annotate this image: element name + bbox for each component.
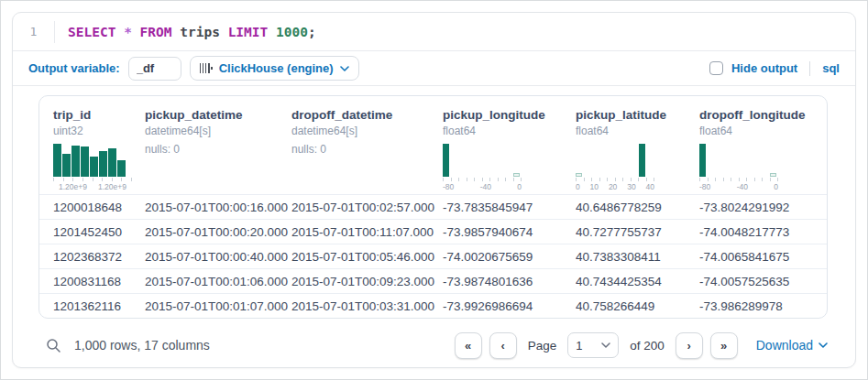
divider [809, 61, 810, 76]
search-button[interactable] [46, 338, 61, 353]
prev-page-button[interactable]: ‹ [489, 332, 517, 359]
chevron-down-icon [819, 342, 828, 348]
column-histogram: -80-400 [699, 143, 778, 191]
column-type: uint32 [53, 125, 137, 137]
line-number: 1 [13, 21, 55, 43]
table-cell: 2015-07-01T00:09:23.000 [291, 275, 443, 288]
table-cell: 2015-07-01T00:01:07.000 [145, 299, 291, 313]
table-cell: 40.6486778259 [576, 201, 699, 214]
code-token: trips [172, 25, 228, 39]
column-name: dropoff_datetime [291, 108, 435, 122]
code-line[interactable]: SELECT * FROM trips LIMIT 1000; [55, 21, 316, 43]
null-count: nulls: 0 [291, 143, 435, 156]
column-histogram: -80-400 [443, 143, 522, 191]
code-token: ; [308, 25, 316, 39]
code-token [268, 25, 276, 39]
hide-output-label[interactable]: Hide output [731, 61, 797, 75]
language-toggle[interactable]: sql [822, 61, 840, 75]
notebook-cell: 1 SELECT * FROM trips LIMIT 1000; Output… [12, 12, 856, 368]
cell-output: trip_iduint321.20e+91.20e+9pickup_dateti… [13, 86, 855, 367]
column-stats: 1.20e+91.20e+9 [53, 143, 137, 194]
page-select-value: 1 [576, 339, 582, 353]
table-cell: 2015-07-01T00:11:07.000 [291, 225, 443, 239]
column-type: datetime64[s] [291, 125, 435, 137]
column-histogram: 1.20e+91.20e+9 [53, 143, 132, 191]
table-cell: 2015-07-01T00:00:16.000 [145, 201, 291, 214]
hide-output-checkbox[interactable] [709, 61, 723, 75]
table-row: 12008311682015-07-01T00:01:06.0002015-07… [39, 268, 827, 293]
table-cell: 2015-07-01T00:05:46.000 [291, 250, 443, 264]
column-name: pickup_datetime [145, 108, 284, 122]
table-footer: 1,000 rows, 17 columns « ‹ Page 1 of 200… [38, 327, 828, 364]
code-token: FROM [140, 25, 172, 39]
column-type: float64 [443, 125, 568, 137]
column-name: pickup_longitude [443, 108, 568, 122]
first-page-button[interactable]: « [455, 332, 482, 359]
table-cell: 1200831168 [53, 275, 145, 288]
chevron-down-icon [340, 66, 349, 71]
column-stats: -80-400 [443, 143, 568, 194]
clickhouse-logo-icon [200, 63, 213, 73]
table-cell: -74.0065841675 [699, 250, 828, 264]
download-button[interactable]: Download [756, 338, 828, 353]
next-page-button[interactable]: › [676, 332, 703, 359]
column-header[interactable]: trip_iduint321.20e+91.20e+9 [53, 108, 145, 194]
column-histogram: 010203040 [576, 143, 654, 191]
sql-editor[interactable]: 1 SELECT * FROM trips LIMIT 1000; [13, 13, 855, 51]
table-cell: -73.9926986694 [443, 299, 576, 313]
column-header[interactable]: dropoff_longitudefloat64-80-400 [699, 108, 828, 194]
code-token: LIMIT [228, 25, 269, 39]
column-name: dropoff_longitude [699, 108, 820, 122]
code-token [115, 25, 124, 39]
column-stats: nulls: 0 [291, 143, 435, 194]
total-pages-label: of 200 [630, 339, 665, 353]
last-page-button[interactable]: » [710, 332, 738, 359]
column-header[interactable]: pickup_latitudefloat64010203040 [576, 108, 699, 194]
app-frame: 1 SELECT * FROM trips LIMIT 1000; Output… [0, 0, 868, 380]
column-type: float64 [576, 125, 692, 137]
column-type: float64 [699, 125, 820, 137]
table-cell: -74.0020675659 [443, 250, 576, 264]
table-row: 12000186482015-07-01T00:00:16.0002015-07… [39, 194, 827, 219]
table-cell: 2015-07-01T00:01:06.000 [145, 275, 291, 288]
column-stats: -80-400 [699, 143, 820, 194]
column-header[interactable]: pickup_longitudefloat64-80-400 [443, 108, 576, 194]
table-cell: -73.986289978 [699, 299, 828, 313]
page-select[interactable]: 1 [567, 332, 619, 358]
table-cell: 40.7434425354 [576, 275, 699, 288]
dataframe-table: trip_iduint321.20e+91.20e+9pickup_dateti… [38, 95, 828, 319]
code-token: 1000 [276, 25, 308, 39]
column-header[interactable]: dropoff_datetimedatetime64[s]nulls: 0 [291, 108, 443, 194]
table-cell: 40.7277755737 [576, 225, 699, 239]
table-row: 12013621162015-07-01T00:01:07.0002015-07… [39, 293, 827, 318]
table-cell: 40.758266449 [576, 299, 699, 313]
table-cell: 1201362116 [53, 299, 145, 313]
code-token: SELECT [68, 25, 115, 39]
table-cell: -73.9874801636 [443, 275, 576, 288]
column-name: pickup_latitude [576, 108, 692, 122]
table-cell: 2015-07-01T00:03:31.000 [291, 299, 443, 313]
column-stats: 010203040 [576, 143, 692, 194]
column-stats: nulls: 0 [145, 143, 284, 194]
table-cell: 2015-07-01T00:00:20.000 [145, 225, 291, 239]
table-body: 12000186482015-07-01T00:00:16.0002015-07… [39, 194, 827, 318]
output-variable-label: Output variable: [28, 61, 120, 75]
chevron-down-icon [601, 342, 610, 348]
table-cell: -73.7835845947 [443, 201, 576, 214]
column-type: datetime64[s] [145, 125, 284, 137]
engine-selector[interactable]: ClickHouse (engine) [190, 56, 359, 81]
null-count: nulls: 0 [145, 143, 284, 156]
code-token: * [124, 25, 132, 39]
table-row: 12014524502015-07-01T00:00:20.0002015-07… [39, 219, 827, 244]
table-cell: 2015-07-01T00:00:40.000 [145, 250, 291, 264]
column-header[interactable]: pickup_datetimedatetime64[s]nulls: 0 [145, 108, 291, 194]
column-name: trip_id [53, 108, 137, 122]
table-cell: 1200018648 [53, 201, 145, 214]
search-icon [46, 338, 61, 353]
output-variable-input[interactable] [128, 57, 181, 81]
cell-options-bar: Output variable: ClickHouse (engine) Hid… [13, 51, 855, 86]
table-header-row: trip_iduint321.20e+91.20e+9pickup_dateti… [39, 96, 827, 194]
table-row: 12023683722015-07-01T00:00:40.0002015-07… [39, 244, 827, 268]
download-label: Download [756, 338, 813, 353]
engine-label: ClickHouse (engine) [219, 61, 334, 75]
